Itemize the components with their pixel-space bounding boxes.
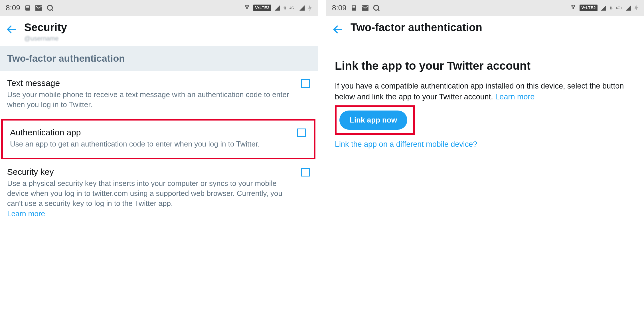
learn-more-link[interactable]: Learn more (495, 93, 534, 101)
network-label: 4G+ (289, 6, 296, 10)
checkbox-authentication-app[interactable] (297, 129, 306, 137)
learn-more-link[interactable]: Learn more (7, 209, 45, 218)
status-bar: 8:09 V⦁LTE2 ⇅ 4G+ (326, 0, 644, 16)
status-bar: 8:09 V⦁LTE2 ⇅ 4G+ (0, 0, 318, 16)
page-title: Security (24, 21, 67, 34)
q-icon (46, 4, 54, 12)
status-time: 8:09 (332, 3, 347, 12)
svg-line-5 (51, 9, 53, 11)
hotspot-icon (570, 5, 577, 11)
option-description-text: Use a physical security key that inserts… (7, 179, 282, 208)
checkbox-text-message[interactable] (301, 79, 310, 88)
option-authentication-app[interactable]: Authentication app Use an app to get an … (3, 121, 314, 158)
gmail-icon (361, 4, 369, 12)
status-bar-right: V⦁LTE2 ⇅ 4G+ (570, 5, 638, 11)
gmail-icon (35, 4, 42, 12)
volte-badge: V⦁LTE2 (253, 5, 271, 11)
hotspot-icon (244, 5, 250, 11)
signal-icon-2 (299, 5, 305, 11)
notification-icon (351, 5, 357, 11)
body-text-span: If you have a compatible authentication … (335, 82, 624, 101)
section-header-2fa: Two-factor authentication (0, 46, 318, 71)
option-title: Authentication app (10, 128, 307, 137)
header-titles: Two-factor authentication (351, 21, 482, 34)
option-description: Use an app to get an authentication code… (10, 139, 307, 149)
status-bar-right: V⦁LTE2 ⇅ 4G+ (244, 5, 312, 11)
option-text-message[interactable]: Text message Use your mobile phone to re… (0, 71, 318, 118)
app-header: Security @username (0, 16, 318, 46)
content-area: Link the app to your Twitter account If … (326, 45, 644, 157)
highlight-annotation: Authentication app Use an app to get an … (1, 119, 315, 159)
link-app-now-button[interactable]: Link app now (339, 111, 407, 130)
highlight-annotation: Link app now (335, 105, 415, 135)
svg-line-13 (378, 9, 379, 11)
svg-rect-9 (353, 6, 355, 7)
signal-icon-1 (600, 5, 607, 11)
svg-rect-2 (26, 7, 29, 8)
battery-charging-icon (634, 5, 638, 11)
battery-charging-icon (308, 5, 312, 11)
option-description: Use a physical security key that inserts… (7, 178, 311, 218)
back-arrow-icon[interactable] (6, 24, 17, 38)
network-label: 4G+ (616, 6, 622, 10)
svg-rect-10 (353, 7, 355, 8)
app-header: Two-factor authentication (326, 16, 644, 45)
status-bar-left: 8:09 (332, 3, 380, 12)
svg-point-14 (573, 7, 574, 9)
signal-icon-1 (274, 5, 280, 11)
option-title: Text message (7, 78, 311, 88)
screen-security-settings: 8:09 V⦁LTE2 ⇅ 4G+ (0, 0, 318, 333)
checkbox-security-key[interactable] (301, 168, 310, 176)
page-subtitle-username: @username (24, 35, 67, 42)
option-security-key[interactable]: Security key Use a physical security key… (0, 160, 318, 227)
option-description: Use your mobile phone to receive a text … (7, 90, 311, 110)
data-arrows-icon: ⇅ (283, 6, 287, 10)
svg-rect-1 (26, 6, 29, 7)
q-icon (373, 4, 380, 12)
option-title: Security key (7, 167, 311, 177)
status-time: 8:09 (6, 3, 20, 12)
page-heading: Link the app to your Twitter account (335, 59, 635, 72)
page-title: Two-factor authentication (351, 21, 482, 34)
signal-icon-2 (625, 5, 631, 11)
volte-badge: V⦁LTE2 (580, 5, 598, 11)
svg-point-6 (246, 7, 248, 9)
screen-link-app: 8:09 V⦁LTE2 ⇅ 4G+ (326, 0, 644, 333)
back-arrow-icon[interactable] (332, 24, 343, 38)
data-arrows-icon: ⇅ (609, 6, 613, 10)
header-titles: Security @username (24, 21, 67, 42)
link-different-device[interactable]: Link the app on a different mobile devic… (335, 140, 477, 149)
body-text: If you have a compatible authentication … (335, 81, 635, 103)
status-bar-left: 8:09 (6, 3, 54, 12)
notification-icon (24, 5, 31, 11)
